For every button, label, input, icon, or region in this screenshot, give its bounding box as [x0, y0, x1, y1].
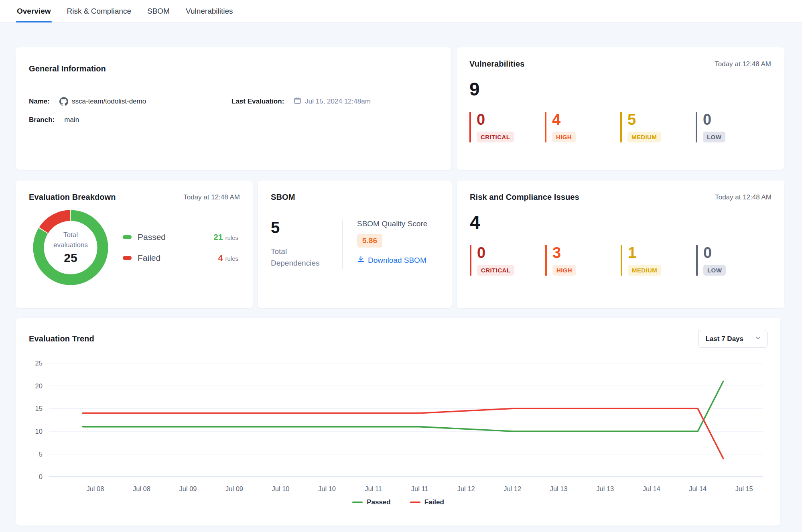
severity-item-low: 0 LOW — [696, 245, 772, 276]
general-information-title: General Information — [29, 64, 439, 73]
last-evaluation-text: Jul 15, 2024 12:48am — [305, 97, 371, 106]
evaluation-breakdown-title: Evaluation Breakdown — [29, 193, 116, 202]
severity-badge: MEDIUM — [627, 132, 661, 142]
failed-units: rules — [225, 255, 238, 262]
svg-text:5: 5 — [39, 451, 43, 458]
passed-swatch — [123, 235, 132, 239]
calendar-icon — [294, 97, 301, 106]
severity-item-critical: 0 CRITICAL — [470, 245, 545, 276]
vulnerabilities-card: Vulnerabilities Today at 12:48 AM 9 0 CR… — [457, 47, 784, 170]
severity-item-critical: 0 CRITICAL — [469, 112, 545, 142]
passed-units: rules — [225, 234, 238, 241]
last-evaluation-value: Jul 15, 2024 12:48am — [294, 97, 371, 106]
legend-label: Failed — [424, 498, 444, 506]
svg-text:Jul 13: Jul 13 — [550, 485, 568, 492]
severity-badge: HIGH — [552, 265, 576, 276]
severity-badge: MEDIUM — [628, 265, 661, 276]
severity-count: 3 — [552, 245, 621, 261]
svg-text:20: 20 — [35, 382, 43, 390]
tab-overview-label: Overview — [17, 7, 51, 16]
chevron-down-icon — [755, 335, 761, 343]
svg-text:Jul 14: Jul 14 — [689, 485, 707, 492]
evaluation-trend-title: Evaluation Trend — [29, 334, 94, 343]
severity-item-high: 3 HIGH — [545, 245, 621, 276]
severity-count: 0 — [477, 112, 545, 128]
dashboard-content: General Information Name: ssca-team/todo… — [0, 23, 802, 526]
severity-count: 1 — [628, 245, 696, 261]
evaluation-trend-chart: 0510152025Jul 08Jul 08Jul 09Jul 09Jul 10… — [29, 357, 767, 497]
severity-badge: LOW — [703, 265, 726, 276]
vulnerabilities-severity-row: 0 CRITICAL 4 HIGH 5 MEDIUM 0 LOW — [469, 112, 771, 142]
svg-text:Jul 10: Jul 10 — [272, 485, 290, 492]
gridlines-and-ticks: 0510152025Jul 08Jul 08Jul 09Jul 09Jul 10… — [35, 359, 763, 492]
risk-compliance-card: Risk and Compliance Issues Today at 12:4… — [457, 181, 784, 308]
legend-line-swatch — [410, 502, 420, 503]
severity-item-medium: 1 MEDIUM — [621, 245, 696, 276]
breakdown-legend: Passed 21 rules Failed 4 rules — [123, 232, 238, 263]
vulnerabilities-total: 9 — [469, 80, 771, 98]
risk-compliance-total: 4 — [470, 213, 772, 231]
sbom-quality-score-label: SBOM Quality Score — [357, 219, 427, 228]
tab-vulnerabilities[interactable]: Vulnerabilities — [186, 0, 233, 22]
svg-text:Jul 08: Jul 08 — [86, 485, 104, 492]
failed-label: Failed — [138, 253, 160, 263]
legend-item-failed[interactable]: Failed — [410, 498, 444, 506]
trend-legend: PassedFailed — [29, 498, 767, 506]
severity-item-medium: 5 MEDIUM — [620, 112, 696, 142]
failed-swatch — [123, 256, 132, 260]
svg-text:0: 0 — [39, 473, 43, 480]
legend-label: Passed — [367, 498, 391, 506]
tab-overview[interactable]: Overview — [17, 0, 51, 22]
severity-count: 0 — [703, 112, 771, 128]
risk-compliance-timestamp: Today at 12:48 AM — [715, 193, 772, 201]
total-evaluations-count: 25 — [64, 251, 77, 265]
sbom-title: SBOM — [271, 193, 439, 202]
active-tab-underline — [16, 21, 52, 22]
download-sbom-link[interactable]: Download SBOM — [357, 256, 427, 265]
severity-badge: LOW — [703, 132, 725, 142]
failed-count: 4 — [218, 253, 223, 263]
svg-text:Jul 11: Jul 11 — [365, 485, 382, 492]
name-label: Name: — [29, 97, 50, 106]
tab-risk-compliance[interactable]: Risk & Compliance — [67, 0, 132, 22]
legend-item-passed[interactable]: Passed — [352, 498, 391, 506]
breakdown-legend-passed: Passed 21 rules — [123, 232, 238, 242]
last-evaluation-label: Last Evaluation: — [231, 97, 284, 106]
vulnerabilities-title: Vulnerabilities — [469, 59, 524, 69]
svg-text:Jul 10: Jul 10 — [318, 485, 336, 492]
tab-sbom-label: SBOM — [147, 7, 170, 16]
breakdown-legend-failed: Failed 4 rules — [123, 253, 238, 263]
evaluation-breakdown-card: Evaluation Breakdown Today at 12:48 AM T… — [16, 181, 253, 308]
evaluations-donut-chart: Total evaluations 25 — [30, 207, 111, 288]
severity-item-low: 0 LOW — [696, 112, 771, 142]
tab-risk-compliance-label: Risk & Compliance — [67, 7, 132, 16]
svg-text:Jul 13: Jul 13 — [596, 485, 614, 492]
severity-count: 4 — [552, 112, 620, 128]
download-icon — [357, 256, 365, 265]
donut-center-line1: Total — [63, 230, 78, 240]
tab-sbom[interactable]: SBOM — [147, 0, 170, 22]
donut-center-label: Total evaluations 25 — [30, 207, 111, 288]
time-range-dropdown[interactable]: Last 7 Days — [698, 330, 768, 348]
svg-text:15: 15 — [35, 405, 43, 412]
severity-badge: CRITICAL — [477, 265, 514, 276]
risk-severity-row: 0 CRITICAL 3 HIGH 1 MEDIUM 0 LOW — [470, 245, 772, 276]
sbom-total-block: 5 Total Dependencies — [271, 219, 342, 269]
last-evaluation-row: Last Evaluation: Jul 15, 2024 12:48am — [231, 97, 439, 106]
sbom-card: SBOM 5 Total Dependencies SBOM Quality S… — [258, 181, 452, 308]
severity-count: 0 — [703, 245, 772, 261]
sbom-quality-score-value: 5.86 — [357, 234, 382, 248]
svg-text:10: 10 — [35, 428, 43, 435]
general-information-card: General Information Name: ssca-team/todo… — [16, 47, 451, 170]
vertical-divider — [342, 219, 343, 269]
severity-badge: HIGH — [552, 132, 576, 142]
svg-text:Jul 08: Jul 08 — [133, 485, 150, 492]
severity-badge: CRITICAL — [477, 132, 514, 142]
severity-count: 5 — [627, 112, 696, 128]
svg-text:Jul 15: Jul 15 — [735, 485, 753, 492]
svg-text:Jul 09: Jul 09 — [225, 485, 243, 492]
branch-row: Branch: main — [29, 116, 231, 124]
github-icon — [59, 97, 68, 106]
branch-value: main — [64, 116, 79, 124]
svg-text:Jul 12: Jul 12 — [504, 485, 521, 492]
